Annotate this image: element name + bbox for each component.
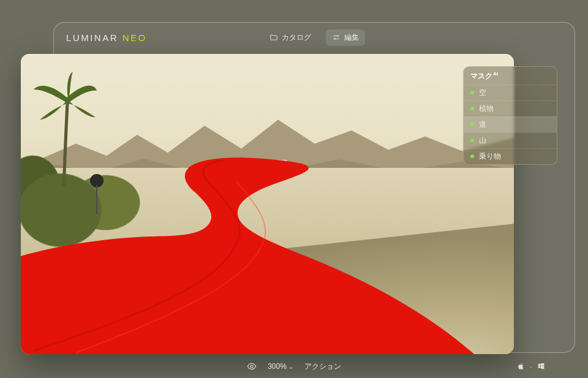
separator: · [530,361,532,372]
zoom-dropdown[interactable]: 300% ⌄ [268,362,293,371]
windows-icon [537,361,545,372]
scene-palm [31,72,100,186]
mask-ai-panel: マスクAI 空 植物 道 山 乗り物 [463,66,557,165]
status-dot-icon [470,91,474,94]
edit-tab-label: 編集 [344,32,359,43]
svg-point-1 [334,38,336,39]
mask-item-sky[interactable]: 空 [464,85,557,100]
mask-item-label: 植物 [479,104,494,113]
mask-item-label: 山 [479,136,486,145]
mask-item-label: 乗り物 [479,152,501,161]
edit-tab[interactable]: 編集 [326,29,365,46]
image-canvas[interactable] [21,54,514,354]
mask-item-label: 道 [479,120,486,129]
bottom-bar: 300% ⌄ アクション [0,358,588,374]
mask-item-label: 空 [479,88,486,97]
mode-switch: カタログ 編集 [263,29,365,46]
mask-item-mountain[interactable]: 山 [464,132,557,148]
apple-icon [517,361,525,372]
brand-word2: NEO [123,32,147,43]
scene-road-sign [88,172,106,216]
chevron-down-icon: ⌄ [288,363,293,370]
platform-indicator: · [517,361,545,372]
eye-icon[interactable] [247,361,257,371]
mask-item-vehicle[interactable]: 乗り物 [464,148,557,164]
catalog-tab[interactable]: カタログ [263,29,317,46]
zoom-value: 300% [268,362,287,371]
status-dot-icon [470,107,474,110]
brand-word1: LUMINAR [66,32,118,43]
mask-ai-title: マスクAI [464,67,557,85]
svg-point-0 [337,36,338,37]
scene-car [267,160,288,175]
action-menu[interactable]: アクション [304,361,341,372]
catalog-tab-label: カタログ [282,32,311,43]
top-bar: LUMINAR NEO カタログ 編集 [54,23,575,52]
sliders-icon [332,33,341,42]
status-dot-icon [470,123,474,126]
mask-item-road[interactable]: 道 [464,116,557,132]
mask-item-vegetation[interactable]: 植物 [464,100,557,116]
folder-icon [270,33,278,42]
svg-point-2 [251,365,253,368]
status-dot-icon [470,154,474,158]
status-dot-icon [470,138,474,142]
brand-logo: LUMINAR NEO [66,32,147,43]
